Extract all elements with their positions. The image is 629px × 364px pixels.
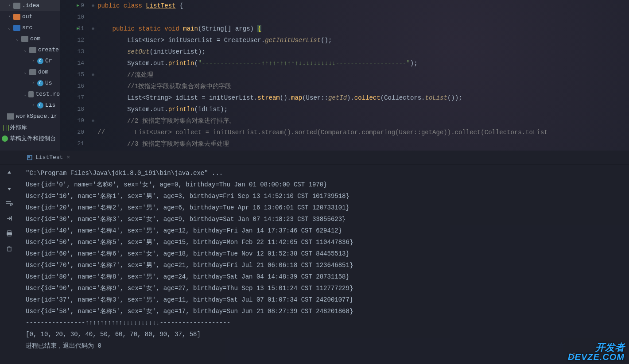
- console-line: User{id='0', name='名称0', sex='女', age=0,…: [19, 179, 629, 190]
- scratches-label: 草稿文件和控制台: [10, 135, 56, 143]
- code-area[interactable]: public class ListTest { public static vo…: [97, 0, 629, 151]
- code-line[interactable]: // List<User> collect = initUserList.str…: [97, 127, 629, 138]
- console-output[interactable]: "C:\Program Files\Java\jdk1.8.0_191\bin\…: [19, 165, 629, 364]
- code-editor[interactable]: 9▶1011▶12131415161718192021 ⊖⊖⊖⊖ public …: [60, 0, 629, 151]
- tree-item-label: out: [22, 13, 32, 20]
- line-number[interactable]: 18: [60, 104, 84, 115]
- tree-item-out[interactable]: ›out: [0, 11, 60, 22]
- fold-markers[interactable]: ⊖⊖⊖⊖: [89, 0, 97, 151]
- line-number[interactable]: 9▶: [60, 0, 84, 12]
- code-line[interactable]: public class ListTest {: [97, 0, 629, 12]
- arrow-icon[interactable]: ›: [32, 58, 37, 63]
- line-number[interactable]: 19: [60, 115, 84, 127]
- arrow-icon[interactable]: ›: [32, 103, 37, 108]
- tree-item-testro[interactable]: ⌄test.ro: [0, 89, 60, 100]
- code-line[interactable]: setOut(initUserList);: [97, 46, 629, 58]
- run-toolbar: [0, 165, 19, 364]
- tree-item-src[interactable]: ⌄src: [0, 22, 60, 33]
- tree-item-label: Lis: [45, 102, 55, 108]
- tree-item-label: .idea: [22, 2, 39, 9]
- line-number[interactable]: 20: [60, 127, 84, 138]
- run-tab-listtest[interactable]: ListTest ×: [22, 151, 74, 164]
- arrow-icon[interactable]: ⌄: [24, 70, 29, 75]
- arrow-icon[interactable]: ⌄: [16, 36, 21, 42]
- fold-marker[interactable]: [89, 12, 97, 23]
- libraries-icon: [2, 124, 8, 131]
- folder-icon: [28, 91, 34, 97]
- tree-item-dom[interactable]: ⌄dom: [0, 66, 60, 77]
- console-line: User{id='60', name='名称6', sex='女', age=1…: [19, 248, 629, 259]
- code-line[interactable]: List<String> idList = initUserList.strea…: [97, 92, 629, 104]
- scratches-item[interactable]: 草稿文件和控制台: [0, 133, 60, 144]
- line-number[interactable]: 16: [60, 81, 84, 92]
- code-line[interactable]: //1按指定字段获取集合对象中的字段: [97, 81, 629, 92]
- line-number[interactable]: 15: [60, 69, 84, 81]
- run-gutter-icon[interactable]: ▶: [77, 0, 79, 12]
- arrow-icon[interactable]: ›: [8, 3, 13, 8]
- clear-button[interactable]: [4, 244, 14, 253]
- code-line[interactable]: //流处理: [97, 69, 629, 81]
- line-gutter[interactable]: 9▶1011▶12131415161718192021: [60, 0, 89, 151]
- fold-marker[interactable]: [89, 138, 97, 150]
- console-line: User{id='10', name='名称1', sex='男', age=3…: [19, 190, 629, 202]
- soft-wrap-button[interactable]: [4, 198, 14, 208]
- scroll-end-button[interactable]: [4, 213, 14, 223]
- line-number[interactable]: 21: [60, 138, 84, 150]
- line-number[interactable]: 14: [60, 58, 84, 69]
- close-tab-icon[interactable]: ×: [66, 154, 70, 161]
- print-button[interactable]: [4, 228, 14, 238]
- line-number[interactable]: 17: [60, 92, 84, 104]
- fold-marker[interactable]: ⊖: [89, 0, 97, 12]
- tree-item-create[interactable]: ⌄create: [0, 44, 60, 55]
- arrow-icon[interactable]: ›: [8, 14, 13, 19]
- class-icon: C: [37, 102, 43, 108]
- folder-icon: [13, 25, 20, 31]
- console-line: User{id='58', name='名称5', sex='女', age=1…: [19, 306, 629, 317]
- tree-item-Us[interactable]: ›CUs: [0, 77, 60, 89]
- line-number[interactable]: 12: [60, 35, 84, 46]
- arrow-icon[interactable]: ⌄: [24, 92, 28, 97]
- arrow-icon[interactable]: ›: [32, 81, 37, 85]
- fold-marker[interactable]: [89, 104, 97, 115]
- fold-marker[interactable]: ⊖: [89, 23, 97, 35]
- fold-marker[interactable]: [89, 35, 97, 46]
- console-line: "C:\Program Files\Java\jdk1.8.0_191\bin\…: [19, 167, 629, 179]
- external-libraries[interactable]: 外部库: [0, 122, 60, 133]
- run-gutter-icon[interactable]: ▶: [77, 23, 79, 35]
- line-number[interactable]: 11▶: [60, 23, 84, 35]
- line-number[interactable]: 10: [60, 12, 84, 23]
- svg-rect-1: [28, 156, 30, 158]
- tree-item-workSpaceir[interactable]: workSpace.ir: [0, 111, 60, 122]
- arrow-icon[interactable]: ⌄: [8, 25, 13, 31]
- console-line: User{id='50', name='名称5', sex='男', age=1…: [19, 236, 629, 248]
- fold-marker[interactable]: ⊖: [89, 69, 97, 81]
- fold-marker[interactable]: [89, 58, 97, 69]
- code-line[interactable]: System.out.println("----------------↑↑↑↑…: [97, 58, 629, 69]
- arrow-icon[interactable]: ⌄: [24, 47, 29, 53]
- code-line[interactable]: [97, 12, 629, 23]
- tree-item-idea[interactable]: ›.idea: [0, 0, 60, 11]
- console-line: User{id='30', name='名称3', sex='女', age=9…: [19, 213, 629, 225]
- fold-marker[interactable]: [89, 127, 97, 138]
- code-line[interactable]: List<User> initUserList = CreateUser.get…: [97, 35, 629, 46]
- up-stack-button[interactable]: [4, 168, 14, 178]
- line-number[interactable]: 13: [60, 46, 84, 58]
- tree-item-Cr[interactable]: ›CCr: [0, 55, 60, 66]
- fold-marker[interactable]: [89, 92, 97, 104]
- console-line: ----------------↑↑↑↑↑↑↑↑↑↑↓↓↓↓↓↓↓↓↓↓----…: [19, 317, 629, 329]
- fold-marker[interactable]: ⊖: [89, 115, 97, 127]
- project-sidebar[interactable]: ›.idea›out⌄src⌄com⌄create›CCr⌄dom›CUs⌄te…: [0, 0, 60, 151]
- folder-icon: [29, 69, 36, 75]
- code-line[interactable]: //2 按指定字段对集合对象进行排序。: [97, 115, 629, 127]
- tree-item-label: test.ro: [35, 91, 60, 97]
- fold-marker[interactable]: [89, 81, 97, 92]
- tree-item-Lis[interactable]: ›CLis: [0, 100, 60, 111]
- svg-rect-2: [8, 231, 11, 232]
- code-line[interactable]: public static void main(String[] args) {: [97, 23, 629, 35]
- fold-marker[interactable]: [89, 46, 97, 58]
- tree-item-com[interactable]: ⌄com: [0, 33, 60, 44]
- code-line[interactable]: //3 按指定字段对集合对象去重处理: [97, 138, 629, 150]
- run-tab-label: ListTest: [35, 154, 63, 161]
- down-stack-button[interactable]: [4, 183, 14, 193]
- code-line[interactable]: System.out.println(idList);: [97, 104, 629, 115]
